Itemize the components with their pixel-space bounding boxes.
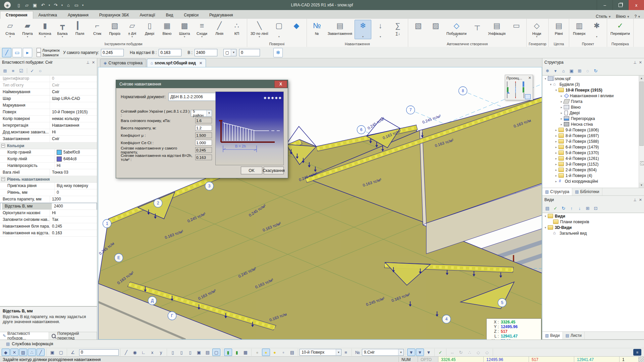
copy-view-2[interactable]: ▯ (177, 349, 185, 356)
snow-calc-button[interactable]: ❄ (273, 48, 283, 57)
property-row[interactable]: Орієнтувати назовніНі (0, 210, 97, 217)
axis-bubble-8[interactable]: 8 (459, 87, 467, 95)
view-tab-1[interactable]: ⌂snow.spf:Общий вид✕ (147, 59, 206, 67)
views-item-1[interactable]: Плани поверхів (542, 219, 644, 225)
expander-icon[interactable]: ▾ (544, 215, 547, 218)
ribbon-ctl-1[interactable]: Вікно▼ (616, 14, 630, 19)
up-icon[interactable]: ↑ (568, 205, 575, 212)
ribbon-button-3-3[interactable]: ┬ (469, 20, 486, 37)
property-row[interactable]: Колір ліній6464c8 (0, 156, 97, 163)
categorized-icon[interactable]: ⊞ (1, 67, 9, 74)
axis-bubble-6[interactable]: 6 (357, 126, 366, 134)
ribbon-button-0-3[interactable]: ┳Балка▾ (54, 20, 71, 39)
property-row[interactable]: ІнтерпретаціяНавантаження (0, 122, 97, 129)
proj-rightg-icon[interactable] (524, 87, 531, 92)
ribbon-tab-1[interactable]: Аналітика (33, 11, 62, 19)
structure-item-9[interactable]: ▸9-й Поверх (1806) (542, 127, 644, 133)
save-icon[interactable]: ▣ (31, 1, 39, 9)
property-row[interactable]: Колір поверхнінемає кольору (0, 116, 97, 122)
scroll-thumb[interactable] (639, 81, 644, 146)
axis-bubble-Е[interactable]: Е (115, 254, 123, 262)
views-item-2[interactable]: ▾3D-Види (542, 225, 644, 230)
ribbon-tab-6[interactable]: Сервіси (178, 11, 204, 19)
close-tab-icon[interactable]: ✕ (199, 61, 202, 65)
bottom-input-2[interactable] (79, 349, 119, 356)
property-row[interactable]: Висота парапету, мм1200 (0, 196, 97, 203)
close-panel-icon[interactable]: ✕ (639, 60, 642, 65)
ribbon-tab-7[interactable]: Редагування (204, 11, 238, 19)
axis-bubble-5[interactable]: 5 (498, 299, 506, 307)
pin-icon[interactable]: ⊥ (633, 60, 637, 65)
tab-views-0[interactable]: ▧Види (542, 332, 563, 339)
ribbon-ctl-2[interactable]: ?▼ (634, 14, 641, 19)
structure-item-14[interactable]: ▸4-й Поверх (1261) (542, 156, 644, 161)
expander-icon[interactable]: ▾ (544, 226, 547, 229)
property-row[interactable]: ШарШар LIRA-CAD (0, 96, 97, 102)
structure-item-0[interactable]: ▾snow.spf (542, 76, 644, 81)
pin-icon[interactable]: ⊥ (633, 198, 637, 202)
structure-item-15[interactable]: ▸3-й Поверх (1152) (542, 161, 644, 167)
snap-nearest[interactable]: ╱ (37, 349, 45, 356)
expander-icon[interactable]: ▸ (560, 106, 563, 109)
property-row[interactable]: Заповнити сніговим нав...Так (0, 217, 97, 223)
close-button[interactable]: x (628, 0, 644, 10)
tab-views-1[interactable]: ▤Листи (563, 332, 585, 339)
expander-icon[interactable]: ▾ (544, 77, 547, 80)
redo-arrow-icon[interactable]: ▾ (60, 1, 64, 9)
search-icon[interactable]: ○ (37, 67, 44, 74)
ribbon-button-3-4[interactable]: ▤Уніфікація (486, 20, 507, 37)
ribbon-button-5-0[interactable]: ▤Рівні (550, 20, 567, 37)
structure-item-12[interactable]: ▸6-й Поверх (1479) (542, 144, 644, 150)
redo-icon[interactable]: ↷ (52, 1, 59, 9)
expander-icon[interactable]: ▸ (554, 174, 558, 177)
structure-item-4[interactable]: ▸Плита (542, 99, 644, 104)
ribbon-button-1-2[interactable]: ◆ (288, 20, 305, 37)
ribbon-ctl-0[interactable]: Стиль▼ (596, 14, 611, 19)
structure-item-17[interactable]: ▸1-й Поверх (4) (542, 173, 644, 178)
axis-bubble-Д[interactable]: Д (148, 297, 157, 305)
ribbon-tab-2[interactable]: Армування (62, 11, 94, 19)
proj-fit-icon[interactable] (515, 87, 523, 92)
apply-icon[interactable]: ✓ (552, 205, 559, 212)
expander-icon[interactable]: ▸ (560, 94, 563, 98)
ucs-y[interactable]: y (157, 349, 165, 356)
dialog-row-input-3[interactable] (195, 132, 212, 138)
snap-grid[interactable]: ▨ (19, 349, 27, 356)
property-group-15[interactable]: Рівень навантаження (0, 176, 97, 183)
draw-line-tool[interactable]: ╱ (2, 48, 11, 57)
expander-icon[interactable]: ▸ (554, 168, 558, 172)
ribbon-button-6-1[interactable]: ✱ ▾ (588, 20, 605, 39)
property-row[interactable]: Рівень, мм0 (0, 189, 97, 196)
expander-icon[interactable]: ▾ (554, 88, 558, 92)
refresh-icon[interactable]: ↻ (592, 67, 599, 74)
snow-region-select[interactable]: 5 район▼ (191, 110, 212, 117)
checkbox-0[interactable]: Ланцюжок (37, 48, 60, 53)
ribbon-button-0-7[interactable]: ▱± ΔН▾ (124, 20, 141, 39)
bottom-select-7[interactable]: 10-й Поверх▼ (300, 349, 341, 356)
box-add-icon[interactable]: ▣ (568, 67, 575, 74)
draw-line-mode[interactable]: ╱ (122, 349, 130, 356)
settings-icon[interactable]: ▤ (544, 205, 551, 212)
property-row[interactable]: НапівпрозорістьНі (0, 163, 97, 169)
ribbon-tab-5[interactable]: Вид (161, 11, 179, 19)
property-row[interactable]: НайменуванняСніг (0, 89, 97, 96)
cancel-button[interactable]: Скасування (264, 167, 284, 174)
ribbon-button-3-5[interactable]: ▭ (508, 20, 525, 37)
layers[interactable]: ▤ (288, 349, 296, 356)
proj-bottom-icon[interactable] (515, 93, 523, 98)
properties-tab-1[interactable]: Попередній перегляд (49, 332, 97, 340)
ribbon-button-0-12[interactable]: ╱Лінія (211, 20, 228, 37)
app-menu-button[interactable]: ◈ (0, 0, 15, 10)
options-field-input-1[interactable] (159, 49, 181, 56)
shape-mode-select[interactable]: ▢▼ (223, 49, 236, 56)
views-item-0[interactable]: ▾Види (542, 213, 644, 219)
bulb-on[interactable]: ● (271, 349, 279, 356)
angle-step[interactable]: ∠ (69, 349, 77, 356)
dialog-row-input-4[interactable] (195, 140, 212, 145)
proj-rightb-icon[interactable] (524, 82, 531, 86)
checkbox-1[interactable]: Замикати (37, 53, 60, 57)
tab-structure-0[interactable]: ▧Структура (542, 188, 572, 195)
axis-bubble-7[interactable]: 7 (407, 106, 415, 114)
dialog-row-input-6[interactable] (195, 155, 212, 160)
expander-icon[interactable]: ▸ (560, 111, 563, 115)
